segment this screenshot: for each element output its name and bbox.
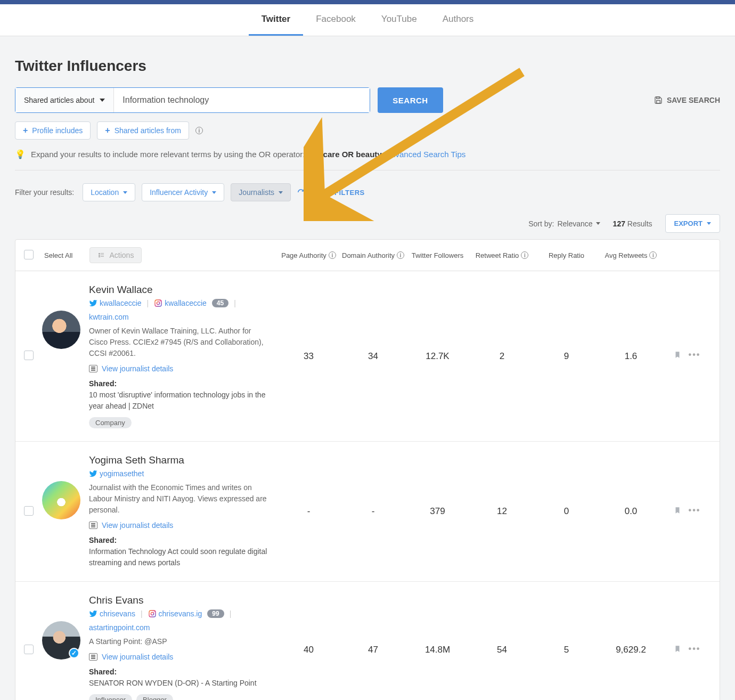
svg-rect-3 xyxy=(99,255,100,256)
reply-ratio-value: 5 xyxy=(534,645,599,655)
avg-retweets-value: 1.6 xyxy=(599,351,663,362)
refresh-icon xyxy=(297,189,305,196)
bookmark-button[interactable] xyxy=(674,644,681,656)
select-all-checkbox[interactable] xyxy=(24,250,34,259)
row-checkbox[interactable] xyxy=(24,351,34,360)
influencer-name[interactable]: Yogima Seth Sharma xyxy=(89,454,270,466)
plus-icon: + xyxy=(23,126,28,135)
more-options-button[interactable]: ••• xyxy=(689,644,701,656)
twitter-handle[interactable]: chrisevans xyxy=(89,609,135,618)
page-authority-value: - xyxy=(276,506,341,517)
search-type-select[interactable]: Shared articles about xyxy=(15,88,114,112)
bio: Journalist with the Economic Times and w… xyxy=(89,482,270,516)
svg-point-10 xyxy=(160,301,160,302)
info-icon[interactable]: i xyxy=(397,251,404,259)
result-count: 127 Results xyxy=(613,219,652,228)
more-options-button[interactable]: ••• xyxy=(689,506,701,518)
chevron-down-icon xyxy=(707,222,711,225)
view-journalist-details-link[interactable]: View journalist details xyxy=(89,521,270,530)
twitter-handle[interactable]: kwallaceccie xyxy=(89,299,142,307)
view-journalist-details-link[interactable]: View journalist details xyxy=(89,653,270,661)
tag: Company xyxy=(89,417,132,428)
tab-authors[interactable]: Authors xyxy=(430,4,487,36)
svg-point-9 xyxy=(157,302,160,304)
nav-tabs: Twitter Facebook YouTube Authors xyxy=(0,4,735,36)
website-link[interactable]: astartingpoint.com xyxy=(89,623,150,632)
domain-authority-value: - xyxy=(341,506,405,517)
svg-point-13 xyxy=(154,612,154,612)
retweet-ratio-value: 12 xyxy=(470,506,534,517)
verified-badge: ✓ xyxy=(69,648,79,658)
domain-authority-value: 47 xyxy=(341,645,405,655)
tab-facebook[interactable]: Facebook xyxy=(303,4,369,36)
instagram-handle[interactable]: chrisevans.ig xyxy=(148,609,202,618)
col-retweet-ratio: Retweet Ratioi xyxy=(470,251,534,259)
tip-row: 💡 Expand your results to include more re… xyxy=(15,149,720,170)
info-icon[interactable]: i xyxy=(195,127,203,134)
tag: Influencer xyxy=(89,694,132,700)
profile-includes-chip[interactable]: + Profile includes xyxy=(15,121,91,140)
row-checkbox[interactable] xyxy=(24,645,34,654)
influencer-name[interactable]: Kevin Wallace xyxy=(89,284,270,296)
svg-rect-5 xyxy=(101,253,104,254)
avg-retweets-value: 0.0 xyxy=(599,506,663,517)
actions-icon xyxy=(97,252,105,258)
search-button[interactable]: SEARCH xyxy=(378,87,443,113)
svg-rect-7 xyxy=(101,256,104,257)
avatar[interactable]: ✓ xyxy=(42,621,80,660)
page-authority-value: 33 xyxy=(276,351,341,362)
svg-rect-6 xyxy=(101,255,104,255)
instagram-score-badge: 99 xyxy=(207,609,224,618)
chevron-down-icon xyxy=(212,191,216,194)
chevron-down-icon xyxy=(279,191,283,194)
twitter-handle[interactable]: yogimasethet xyxy=(89,469,144,478)
search-combo: Shared articles about xyxy=(15,87,370,113)
actions-button[interactable]: Actions xyxy=(89,247,142,263)
table-row: ✓ Chris Evans chrisevans |chrisevans.ig9… xyxy=(15,582,720,700)
export-button[interactable]: EXPORT xyxy=(665,214,720,233)
chevron-down-icon xyxy=(100,99,105,102)
advanced-search-tips-link[interactable]: Advanced Search Tips xyxy=(386,150,466,159)
influencer-name[interactable]: Chris Evans xyxy=(89,595,270,606)
tab-youtube[interactable]: YouTube xyxy=(369,4,430,36)
filter-location[interactable]: Location xyxy=(83,183,135,201)
bookmark-button[interactable] xyxy=(674,506,681,518)
details-icon xyxy=(89,653,97,661)
row-checkbox[interactable] xyxy=(24,506,34,516)
plus-icon: + xyxy=(105,126,110,135)
search-input[interactable] xyxy=(114,88,370,112)
filter-influencer-activity[interactable]: Influencer Activity xyxy=(142,183,224,201)
reply-ratio-value: 0 xyxy=(534,506,599,517)
chevron-down-icon xyxy=(596,222,600,225)
col-reply-ratio: Reply Ratio xyxy=(534,251,599,259)
shared-article: Shared:10 most 'disruptive' information … xyxy=(89,378,270,412)
filter-journalists[interactable]: Journalists xyxy=(231,183,291,201)
info-icon[interactable]: i xyxy=(649,251,657,259)
bookmark-button[interactable] xyxy=(674,350,681,362)
chevron-down-icon xyxy=(123,191,127,194)
info-icon[interactable]: i xyxy=(521,251,528,259)
select-all-label: Select All xyxy=(44,251,72,259)
avatar[interactable] xyxy=(42,311,80,349)
col-twitter-followers: Twitter Followers xyxy=(405,251,470,259)
sort-by-select[interactable]: Sort by: Relevance xyxy=(528,219,600,228)
tab-twitter[interactable]: Twitter xyxy=(249,4,303,36)
info-icon[interactable]: i xyxy=(329,251,336,259)
shared-from-chip[interactable]: + Shared articles from xyxy=(97,121,189,140)
table-header: Select All Actions Page Authorityi Domai… xyxy=(15,240,720,271)
instagram-handle[interactable]: kwallaceccie xyxy=(154,299,207,307)
svg-rect-8 xyxy=(155,300,161,306)
retweet-ratio-value: 2 xyxy=(470,351,534,362)
reply-ratio-value: 9 xyxy=(534,351,599,362)
save-search-button[interactable]: SAVE SEARCH xyxy=(654,87,720,113)
svg-point-12 xyxy=(151,612,153,615)
avatar[interactable] xyxy=(42,481,80,519)
followers-value: 379 xyxy=(405,506,470,517)
view-journalist-details-link[interactable]: View journalist details xyxy=(89,364,270,373)
followers-value: 12.7K xyxy=(405,351,470,362)
website-link[interactable]: kwtrain.com xyxy=(89,313,129,321)
page-title: Twitter Influencers xyxy=(15,58,720,75)
more-options-button[interactable]: ••• xyxy=(689,350,701,362)
reset-filters-button[interactable]: RESET FILTERS xyxy=(297,189,365,197)
followers-value: 14.8M xyxy=(405,645,470,655)
